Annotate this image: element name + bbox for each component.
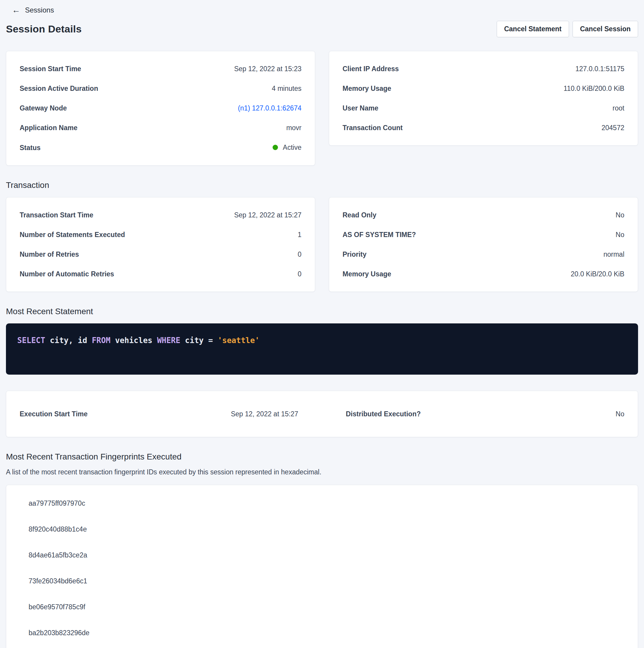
execution-summary-card: Execution Start Time Sep 12, 2022 at 15:… [6, 391, 638, 437]
row-label: Number of Retries [20, 250, 79, 259]
row-label: Session Start Time [20, 64, 81, 73]
fingerprints-description: A list of the most recent transaction fi… [6, 468, 638, 477]
row-label: Number of Statements Executed [20, 230, 125, 239]
row-label: Priority [343, 250, 367, 259]
row-label: Session Active Duration [20, 84, 98, 93]
fingerprint-item: 8d4ae61a5fb3ce2a [20, 551, 624, 559]
sql-keyword: WHERE [157, 336, 180, 345]
row-value: Sep 12, 2022 at 15:27 [231, 410, 298, 418]
session-summary-card-right: Client IP Address 127.0.0.1:51175 Memory… [329, 51, 638, 146]
row-value: 20.0 KiB/20.0 KiB [571, 270, 624, 278]
row-label: Distributed Execution? [346, 410, 421, 418]
row-value: No [616, 211, 624, 219]
cancel-statement-button[interactable]: Cancel Statement [497, 21, 569, 37]
fingerprints-card: aa79775ff097970c 8f920c40d88b1c4e 8d4ae6… [6, 485, 638, 648]
row-value: 0 [298, 270, 301, 278]
row-value: 0 [298, 250, 301, 259]
page-title: Session Details [6, 23, 81, 35]
execution-summary-grid: Execution Start Time Sep 12, 2022 at 15:… [20, 410, 624, 418]
transaction-card-left: Transaction Start Time Sep 12, 2022 at 1… [6, 197, 315, 292]
row-value: 127.0.0.1:51175 [575, 64, 624, 73]
txn-row-as-of-system-time: AS OF SYSTEM TIME? No [343, 230, 624, 239]
session-details-page: ← Sessions Session Details Cancel Statem… [0, 0, 644, 648]
row-value: 1 [298, 230, 301, 239]
row-value: 110.0 KiB/200.0 KiB [564, 84, 624, 93]
row-value: Sep 12, 2022 at 15:23 [234, 64, 301, 73]
row-label: Memory Usage [343, 270, 391, 278]
row-label: Client IP Address [343, 64, 399, 73]
fingerprint-item: 8f920c40d88b1c4e [20, 525, 624, 534]
txn-row-statements-executed: Number of Statements Executed 1 [20, 230, 301, 239]
sql-keyword: SELECT [17, 336, 45, 345]
sql-keyword: FROM [92, 336, 110, 345]
summary-row-session-start-time: Session Start Time Sep 12, 2022 at 15:23 [20, 64, 301, 73]
txn-row-priority: Priority normal [343, 250, 624, 259]
session-summary-card-left: Session Start Time Sep 12, 2022 at 15:23… [6, 51, 315, 166]
row-label: Gateway Node [20, 104, 67, 113]
status-badge: Active [273, 143, 301, 152]
sql-text: city, id [45, 336, 92, 345]
breadcrumb-sessions-link[interactable]: Sessions [25, 6, 54, 14]
summary-row-memory-usage: Memory Usage 110.0 KiB/200.0 KiB [343, 84, 624, 93]
row-value: Sep 12, 2022 at 15:27 [234, 211, 301, 219]
summary-row-user-name: User Name root [343, 104, 624, 113]
row-value: normal [603, 250, 624, 259]
row-value: movr [286, 123, 301, 132]
row-label: Status [20, 143, 41, 152]
header-actions: Cancel Statement Cancel Session [497, 21, 638, 37]
txn-row-start-time: Transaction Start Time Sep 12, 2022 at 1… [20, 211, 301, 219]
row-value: root [612, 104, 624, 113]
row-value: No [616, 410, 624, 418]
transaction-section-heading: Transaction [6, 180, 638, 190]
page-header: Session Details Cancel Statement Cancel … [6, 21, 638, 37]
exec-row-distributed: Distributed Execution? No [346, 410, 624, 418]
txn-row-retries: Number of Retries 0 [20, 250, 301, 259]
most-recent-statement-heading: Most Recent Statement [6, 307, 638, 316]
cancel-session-button[interactable]: Cancel Session [573, 21, 638, 37]
exec-row-start-time: Execution Start Time Sep 12, 2022 at 15:… [20, 410, 298, 418]
gateway-node-link[interactable]: (n1) 127.0.0.1:62674 [238, 104, 301, 113]
txn-row-automatic-retries: Number of Automatic Retries 0 [20, 270, 301, 278]
row-label: AS OF SYSTEM TIME? [343, 230, 416, 239]
row-value: No [616, 230, 624, 239]
row-value: 204572 [601, 123, 624, 132]
row-label: User Name [343, 104, 378, 113]
fingerprint-item: aa79775ff097970c [20, 499, 624, 508]
summary-row-application-name: Application Name movr [20, 123, 301, 132]
status-text: Active [283, 143, 301, 152]
sql-string-literal: 'seattle' [218, 336, 259, 345]
sql-statement-box: SELECT city, id FROM vehicles WHERE city… [6, 323, 638, 375]
txn-row-memory-usage: Memory Usage 20.0 KiB/20.0 KiB [343, 270, 624, 278]
session-summary-row: Session Start Time Sep 12, 2022 at 15:23… [6, 51, 638, 166]
row-label: Execution Start Time [20, 410, 87, 418]
breadcrumb: ← Sessions [6, 4, 638, 16]
summary-row-client-ip: Client IP Address 127.0.0.1:51175 [343, 64, 624, 73]
back-arrow-icon[interactable]: ← [12, 6, 20, 14]
fingerprint-item: ba2b203b823296de [20, 628, 624, 637]
row-label: Transaction Start Time [20, 211, 94, 219]
row-label: Memory Usage [343, 84, 391, 93]
fingerprint-item: 73fe26034bd6e6c1 [20, 577, 624, 586]
status-active-dot-icon [273, 145, 278, 150]
row-label: Application Name [20, 123, 77, 132]
row-value: 4 minutes [272, 84, 301, 93]
summary-row-gateway-node: Gateway Node (n1) 127.0.0.1:62674 [20, 104, 301, 113]
transaction-card-right: Read Only No AS OF SYSTEM TIME? No Prior… [329, 197, 638, 292]
fingerprints-section-heading: Most Recent Transaction Fingerprints Exe… [6, 452, 638, 462]
fingerprint-item: be06e9570f785c9f [20, 602, 624, 611]
sql-text: city = [180, 336, 218, 345]
summary-row-transaction-count: Transaction Count 204572 [343, 123, 624, 132]
sql-text: vehicles [110, 336, 157, 345]
row-label: Number of Automatic Retries [20, 270, 114, 278]
summary-row-status: Status Active [20, 143, 301, 152]
summary-row-session-active-duration: Session Active Duration 4 minutes [20, 84, 301, 93]
row-label: Read Only [343, 211, 376, 219]
row-label: Transaction Count [343, 123, 403, 132]
transaction-row: Transaction Start Time Sep 12, 2022 at 1… [6, 197, 638, 292]
txn-row-read-only: Read Only No [343, 211, 624, 219]
